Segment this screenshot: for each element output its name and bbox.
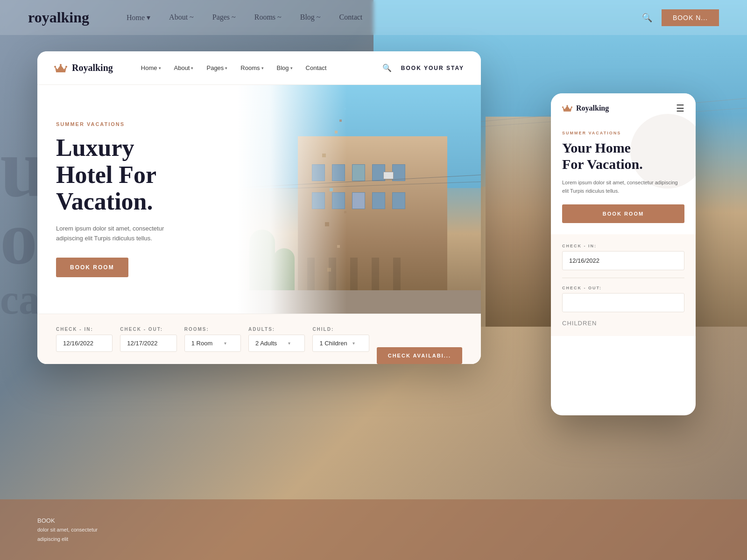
pixel-6 <box>337 245 340 248</box>
child-select[interactable]: 1 Children ▾ <box>312 335 369 352</box>
mobile-hero-section: SUMMER VACATIONS Your HomeFor Vacation. … <box>551 123 696 234</box>
mobile-summer-tag: SUMMER VACATIONS <box>562 131 684 135</box>
svg-point-4 <box>566 105 568 106</box>
rooms-field: ROOMS: 1 Room ▾ <box>184 327 241 352</box>
adults-chevron-icon: ▾ <box>288 341 290 346</box>
desktop-card-nav: Royalking Home ▾ About ▾ Pages ▾ Rooms ▾… <box>37 51 481 85</box>
window-8 <box>352 192 365 209</box>
checkin-input[interactable] <box>56 335 113 352</box>
mobile-checkout-input[interactable] <box>562 293 684 312</box>
bg-bottom-bar: BOOKdolor sit amet, consecteturadipiscin… <box>0 499 747 560</box>
desktop-search-icon[interactable]: 🔍 <box>382 63 392 72</box>
desktop-booking-bar: CHECK - IN: CHECK - OUT: ROOMS: 1 Room ▾… <box>37 314 481 364</box>
bg-nav-blog: Blog ~ <box>300 13 321 22</box>
checkin-field: CHECK - IN: <box>56 327 113 352</box>
desktop-logo-text: Royalking <box>72 63 113 73</box>
rooms-chevron-icon: ▾ <box>224 341 226 346</box>
bg-logo-text: royalking <box>28 9 89 26</box>
cable-car <box>383 172 394 179</box>
pixel-1 <box>335 131 338 133</box>
mobile-checkin-input[interactable] <box>562 251 684 270</box>
desktop-card-hero: SUMMER VACATIONS LuxuryHotel ForVacation… <box>37 85 481 314</box>
svg-point-0 <box>54 66 56 68</box>
desktop-nav-contact[interactable]: Contact <box>306 64 327 71</box>
pixel-3 <box>339 119 342 122</box>
mobile-hero-title: Your HomeFor Vacation. <box>562 140 684 172</box>
window-10 <box>392 192 405 209</box>
mobile-logo-area: Royalking <box>562 104 609 112</box>
mobile-book-room-button[interactable]: BOOK ROOM <box>562 204 684 223</box>
bg-nav-links: Home ▾ About ~ Pages ~ Rooms ~ Blog ~ Co… <box>127 13 642 22</box>
pixel-9 <box>344 211 346 213</box>
adults-field: ADULTS: 2 Adults ▾ <box>248 327 305 352</box>
checkout-label: CHECK - OUT: <box>120 327 176 332</box>
mobile-hero-description: Lorem ipsum dolor sit amet, consectetur … <box>562 179 684 195</box>
child-chevron-icon: ▾ <box>352 341 355 346</box>
bg-bottom-text: BOOKdolor sit amet, consecteturadipiscin… <box>37 516 98 544</box>
mobile-checkin-label: CHECK - IN: <box>562 244 684 248</box>
desktop-nav-links: Home ▾ About ▾ Pages ▾ Rooms ▾ Blog ▾ Co… <box>141 64 382 71</box>
svg-point-3 <box>562 106 564 108</box>
svg-point-1 <box>60 64 62 66</box>
desktop-mockup-card: Royalking Home ▾ About ▾ Pages ▾ Rooms ▾… <box>37 51 481 364</box>
checkin-label: CHECK - IN: <box>56 327 113 332</box>
pixel-5 <box>325 222 329 226</box>
desktop-nav-home[interactable]: Home ▾ <box>141 64 161 71</box>
desktop-summer-tag: SUMMER VACATIONS <box>56 121 240 127</box>
mobile-menu-icon[interactable]: ☰ <box>676 103 684 114</box>
pixel-7 <box>327 268 331 272</box>
mobile-checkout-label: CHECK - OUT: <box>562 286 684 290</box>
rooms-label: ROOMS: <box>184 327 241 332</box>
desktop-hero-image <box>237 85 481 314</box>
checkout-input[interactable] <box>120 335 176 352</box>
child-label: CHILD: <box>312 327 369 332</box>
pixel-8 <box>344 108 346 110</box>
desktop-book-stay-button[interactable]: BOOK YOUR STAY <box>401 65 464 71</box>
bg-nav-contact: Contact <box>339 13 363 22</box>
desktop-hero-content: SUMMER VACATIONS LuxuryHotel ForVacation… <box>37 85 259 314</box>
window-3 <box>352 164 365 181</box>
svg-point-2 <box>65 66 67 68</box>
mobile-checkin-field: CHECK - IN: <box>562 244 684 270</box>
crown-icon <box>54 63 67 73</box>
mobile-hero-content: SUMMER VACATIONS Your HomeFor Vacation. … <box>562 123 684 223</box>
rooms-select[interactable]: 1 Room ▾ <box>184 335 241 352</box>
mobile-logo-text: Royalking <box>576 104 609 112</box>
window-9 <box>372 192 385 209</box>
bg-nav-about: About ~ <box>169 13 194 22</box>
desktop-nav-rooms[interactable]: Rooms ▾ <box>240 64 263 71</box>
bg-nav-pages: Pages ~ <box>212 13 236 22</box>
bg-subtitle-text: ca <box>0 275 40 323</box>
adults-label: ADULTS: <box>248 327 305 332</box>
bg-nav-home: Home ▾ <box>127 13 150 22</box>
mobile-crown-icon <box>562 104 572 112</box>
adults-select[interactable]: 2 Adults ▾ <box>248 335 305 352</box>
checkout-field: CHECK - OUT: <box>120 327 176 352</box>
pixel-4 <box>330 188 333 191</box>
check-availability-button[interactable]: CHECK AVAILABI... <box>377 347 462 364</box>
mobile-mockup-card: Royalking ☰ SUMMER VACATIONS Your HomeFo… <box>551 93 696 415</box>
desktop-nav-pages[interactable]: Pages ▾ <box>206 64 227 71</box>
bg-book-button[interactable]: BOOK N... <box>662 9 719 26</box>
desktop-book-room-button[interactable]: BOOK ROOM <box>56 258 128 277</box>
bg-search-icon: 🔍 <box>642 13 652 23</box>
bg-nav-rooms: Rooms ~ <box>254 13 282 22</box>
desktop-nav-blog[interactable]: Blog ▾ <box>277 64 293 71</box>
mobile-divider <box>562 278 684 278</box>
children-label: Children <box>562 320 684 327</box>
mobile-booking-section: CHECK - IN: CHECK - OUT: Children <box>551 234 696 336</box>
desktop-logo-area: Royalking <box>54 63 113 73</box>
bg-navbar: royalking Home ▾ About ~ Pages ~ Rooms ~… <box>0 0 747 35</box>
svg-point-5 <box>571 106 572 108</box>
desktop-nav-about[interactable]: About ▾ <box>174 64 194 71</box>
mobile-checkout-field: CHECK - OUT: <box>562 286 684 312</box>
child-field: CHILD: 1 Children ▾ <box>312 327 369 352</box>
desktop-hero-description: Lorem ipsum dolor sit amet, consectetur … <box>56 224 187 244</box>
desktop-hero-title: LuxuryHotel ForVacation. <box>56 134 240 215</box>
pixel-2 <box>322 154 326 157</box>
